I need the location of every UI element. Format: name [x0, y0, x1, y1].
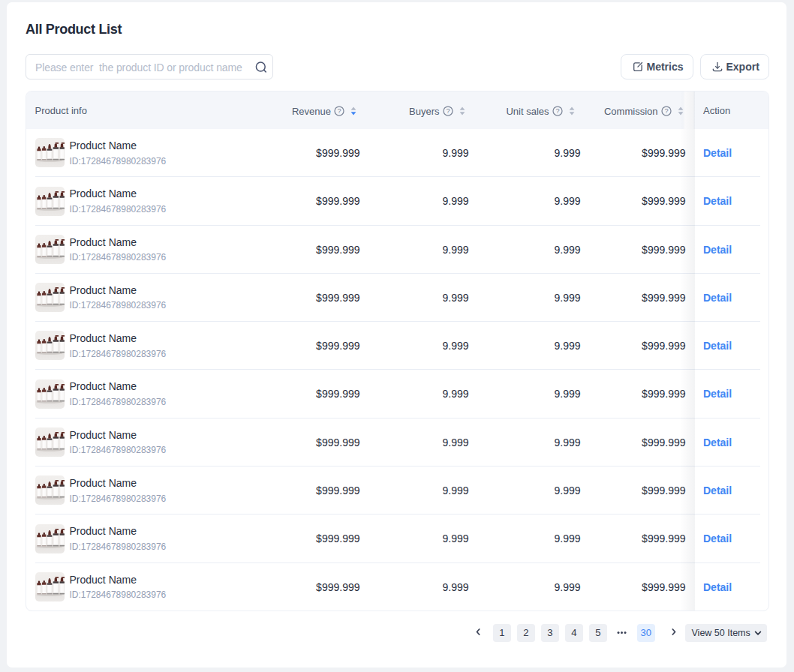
svg-text:?: ? — [446, 107, 450, 115]
svg-text:?: ? — [555, 107, 559, 115]
svg-text:?: ? — [337, 107, 341, 115]
svg-text:?: ? — [664, 107, 668, 115]
